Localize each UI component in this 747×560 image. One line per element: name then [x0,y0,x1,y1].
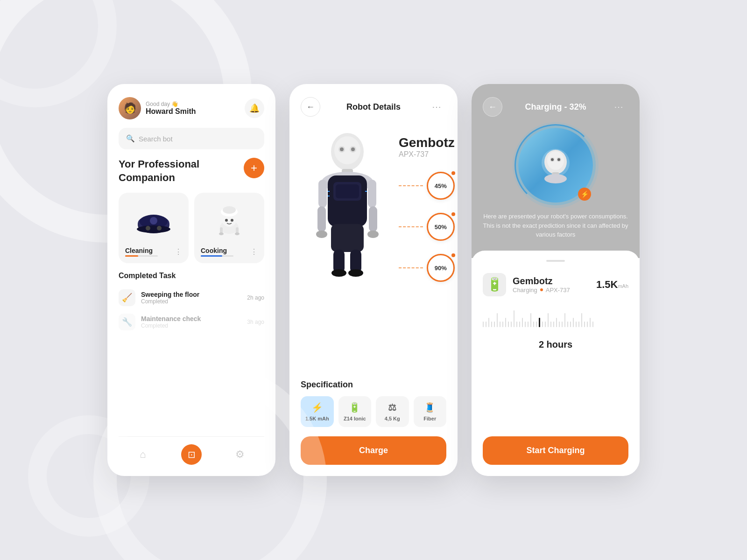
charging-circle: ⚡ [518,128,593,203]
battery-spec-label: 1.5K mAh [305,416,329,421]
bottom-navigation: ⌂ ⊡ ⚙ [119,436,264,465]
charging-robot-face-svg [535,144,577,186]
robot-card-cooking[interactable]: Cooking ⋮ [194,193,264,263]
gembotz-svg [305,131,389,280]
charging-title: Charging - 32% [525,102,586,112]
spec-section-title: Specification [301,380,446,390]
charge-button[interactable]: Charge [301,436,446,465]
svg-point-10 [223,206,236,214]
task-2-status: Completed [141,322,241,329]
svg-point-41 [348,269,363,277]
robot-detail-image [301,126,394,285]
charging-bottom-section: 🔋 Gembotz Charging APX-737 1.5KmAh 2 hou… [472,251,640,476]
svg-rect-33 [336,184,359,198]
stat-dashed-line-1 [399,185,423,186]
spec-ionic[interactable]: 🔋 Z14 Ionic [338,396,372,427]
svg-point-12 [231,219,233,222]
robot-model-display: APX-737 [399,150,455,159]
charging-header: ← Charging - 32% ⋯ [483,97,628,117]
svg-rect-37 [331,224,364,252]
svg-point-18 [334,136,360,164]
stat-row-2: 50% [399,213,455,241]
search-icon: 🔍 [126,134,135,143]
task-sweeping-time: 2h ago [247,294,264,301]
phone1-home-screen: 🧑 Good day 👋 Howard Smith 🔔 🔍 Search bot… [107,84,275,476]
charging-circle-container: ⚡ [483,128,628,203]
charging-top-section: ← Charging - 32% ⋯ ⚡ [472,84,640,258]
task-item-sweeping: 🧹 Sweeping the floor Completed 2h ago [119,286,264,310]
svg-point-30 [367,231,379,238]
svg-point-47 [551,158,554,161]
notification-bell-button[interactable]: 🔔 [245,98,264,118]
header-text: Good day 👋 Howard Smith [146,101,245,116]
charge-info-text: Gembotz Charging APX-737 [513,276,590,294]
greeting-text: Good day 👋 [146,101,245,107]
robot-card-cleaning[interactable]: Cleaning ⋮ [119,193,189,263]
stat-dot-2 [451,212,455,216]
task-2-icon: 🔧 [119,314,135,330]
robot-info-side: Gembotz APX-737 45% 50% [399,126,455,282]
avatar: 🧑 [119,97,141,119]
svg-point-11 [225,219,228,222]
completed-tasks-section: Completed Task 🧹 Sweeping the floor Comp… [119,272,264,334]
spec-grid: ⚡ 1.5K mAh 🔋 Z14 Ionic ⚖ 4,5 Kg 🧵 Fiber [301,396,446,427]
svg-rect-28 [369,206,377,232]
robot-title-block: Gembotz APX-737 [399,135,455,159]
robot-cleaning-name: Cleaning [125,247,158,254]
task-sweeping-name: Sweeping the floor [141,291,241,298]
svg-point-42 [542,149,570,177]
robot-cooking-image [201,199,258,241]
start-charging-button[interactable]: Start Charging [483,436,628,465]
task-sweeping-status: Completed [141,298,241,305]
ionic-spec-label: Z14 Ionic [344,416,366,421]
stat-dot-3 [451,253,455,257]
svg-rect-25 [318,180,327,208]
time-label: 2 hours [483,339,628,350]
search-placeholder: Search bot [139,135,173,143]
stat-dashed-line-3 [399,267,423,268]
svg-point-46 [557,157,561,162]
charging-description: Here are presented your robot's power co… [483,212,628,239]
robot-cooking-more-button[interactable]: ⋮ [250,247,258,256]
spec-fiber[interactable]: 🧵 Fiber [414,396,447,427]
capacity-value: 1.5K [596,279,618,290]
phone3-charging: ← Charging - 32% ⋯ ⚡ [472,84,640,476]
more-options-button[interactable]: ⋯ [427,97,446,117]
spec-weight[interactable]: ⚖ 4,5 Kg [376,396,409,427]
battery-spec-icon: ⚡ [311,402,323,413]
back-button[interactable]: ← [301,97,320,117]
svg-point-4 [137,225,170,233]
charging-more-button[interactable]: ⋯ [609,97,628,117]
robots-grid: Cleaning ⋮ [119,193,264,263]
robot-cleaning-more-button[interactable]: ⋮ [175,247,182,256]
companion-section-header: Yor Professional Companion + [119,158,264,184]
svg-point-6 [157,226,162,231]
add-robot-button[interactable]: + [244,158,264,178]
search-bar[interactable]: 🔍 Search bot [119,128,264,149]
task-2-time: 3h ago [247,319,264,325]
spec-battery[interactable]: ⚡ 1.5K mAh [301,396,334,427]
svg-rect-49 [552,172,559,177]
svg-point-21 [340,147,344,151]
completed-tasks-title: Completed Task [119,272,264,280]
settings-nav-button[interactable]: ⚙ [230,444,250,465]
task-sweeping-info: Sweeping the floor Completed [141,291,241,305]
charging-back-button[interactable]: ← [483,97,502,117]
stat-dashed-line-2 [399,226,423,227]
scan-nav-button[interactable]: ⊡ [181,444,202,465]
svg-point-43 [544,150,567,174]
timeline-container [483,304,628,332]
charge-info-row: 🔋 Gembotz Charging APX-737 1.5KmAh [483,273,628,296]
fiber-spec-label: Fiber [423,416,436,421]
robot-cleaning-footer: Cleaning ⋮ [125,245,182,257]
fiber-spec-icon: 🧵 [424,402,436,413]
charge-robot-name: Gembotz [513,276,590,287]
specification-section: Specification ⚡ 1.5K mAh 🔋 Z14 Ionic ⚖ 4… [301,380,446,427]
stat-row-3: 90% [399,254,455,282]
svg-point-3 [150,217,157,224]
phone1-header: 🧑 Good day 👋 Howard Smith 🔔 [119,97,264,119]
home-nav-button[interactable]: ⌂ [133,444,153,465]
svg-point-5 [146,226,150,231]
phone2-robot-details: ← Robot Details ⋯ [289,84,458,476]
section-title: Yor Professional Companion [119,158,199,184]
